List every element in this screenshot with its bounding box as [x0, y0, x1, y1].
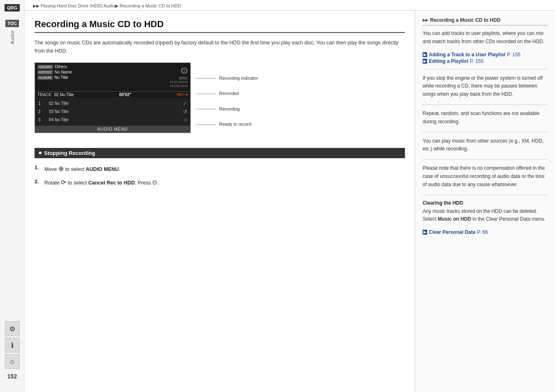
link-clear-personal-data[interactable]: Clear Personal Data P. 66	[423, 229, 548, 235]
section-heading-stopping: Stopping Recording	[35, 148, 405, 158]
step-2: 2. Rotate ⟳ to select Cancel Rec to HDD.…	[35, 178, 405, 187]
qrg-badge[interactable]: QRG	[5, 4, 20, 12]
disc-icon: ⊙	[180, 65, 188, 76]
intro-text: The songs on music CDs are automatically…	[35, 39, 405, 55]
toc-badge[interactable]: TOC	[5, 20, 19, 27]
info-icon[interactable]: ℹ	[5, 338, 20, 353]
sidebar-bottom-icons: ⚙ ℹ ⌂ 152	[5, 321, 20, 392]
clearing-body: Any music tracks stored on the HDD can b…	[423, 208, 548, 224]
right-para4: You can play music from other sources (e…	[423, 137, 548, 154]
link-adding-track[interactable]: Adding a Track to a User Playlist P. 155	[423, 52, 548, 58]
track-item-2: 2 03 No Title ↺	[35, 108, 190, 116]
page-number: 152	[7, 373, 17, 380]
annotation-ready: Ready to record	[196, 122, 258, 127]
annotation-recording: Recording	[196, 106, 258, 111]
right-para2: If you stop the engine or the power syst…	[423, 74, 548, 99]
divider-4	[423, 159, 548, 159]
divider-1	[423, 69, 548, 69]
track-item-1: 1 02 No Title ✓	[35, 99, 190, 108]
track-item-3: 3 04 No Title ○	[35, 116, 190, 124]
settings-icon[interactable]: ⚙	[5, 321, 20, 336]
track-value: 02 No Title	[54, 92, 74, 97]
content-row: Recording a Music CD to HDD The songs on…	[25, 11, 555, 392]
track-label: TRACK	[37, 92, 51, 97]
artist-label: ARTIST	[37, 70, 53, 74]
time-display: 00'02"	[119, 92, 131, 97]
audio-label: Audio	[10, 30, 15, 44]
annotation-recording-indicator: Recording indicator	[196, 76, 258, 81]
divider-5	[423, 195, 548, 195]
divider-3	[423, 132, 548, 132]
disc-label: DISC	[179, 76, 188, 80]
home-icon[interactable]: ⌂	[5, 354, 20, 369]
breadcrumb: ▶▶ Playing Hard Disc Drive (HDD) Audio▶ …	[25, 0, 555, 11]
artist-value: No Name	[55, 70, 72, 74]
album-value: No Title	[54, 75, 68, 80]
divider-2	[423, 104, 548, 105]
right-panel: Recording a Music CD to HDD You can add …	[415, 11, 555, 392]
left-panel: Recording a Music CD to HDD The songs on…	[25, 11, 415, 392]
right-para5: Please note that there is no compensatio…	[423, 164, 548, 189]
page-title: Recording a Music CD to HDD	[35, 19, 405, 33]
step-1: 1. Move ⊕ to select AUDIO MENU.	[35, 164, 405, 174]
album-label: ALBUM	[37, 76, 53, 80]
right-para3: Repeat, random, and scan functions are n…	[423, 110, 548, 126]
cd-display: GENRE Others ARTIST No Name ALBUM No Tit…	[35, 62, 191, 133]
cd-tracks-list: 1 02 No Title ✓ 2 03 No Title ↺ 3 04 No …	[35, 98, 190, 126]
right-section-title: Recording a Music CD to HDD	[423, 17, 548, 25]
rec-label: REC ●	[177, 92, 188, 97]
link-editing-playlist[interactable]: Editing a Playlist P. 155	[423, 58, 548, 64]
sidebar: QRG TOC Audio ⚙ ℹ ⌂ 152	[0, 0, 25, 392]
genre-label: GENRE	[37, 65, 53, 69]
right-para1: You can add tracks to user playlists, wh…	[423, 30, 548, 46]
playback-label: PLAY BACKFROM HDD	[170, 80, 188, 89]
main-content: ▶▶ Playing Hard Disc Drive (HDD) Audio▶ …	[25, 0, 555, 392]
annotation-recorded: Recorded	[196, 91, 258, 96]
steps-list: 1. Move ⊕ to select AUDIO MENU. 2. Rotat…	[35, 164, 405, 187]
genre-value: Others	[55, 65, 67, 69]
audio-menu: AUDIO MENU	[35, 126, 190, 133]
clearing-heading: Clearing the HDD	[423, 200, 548, 206]
